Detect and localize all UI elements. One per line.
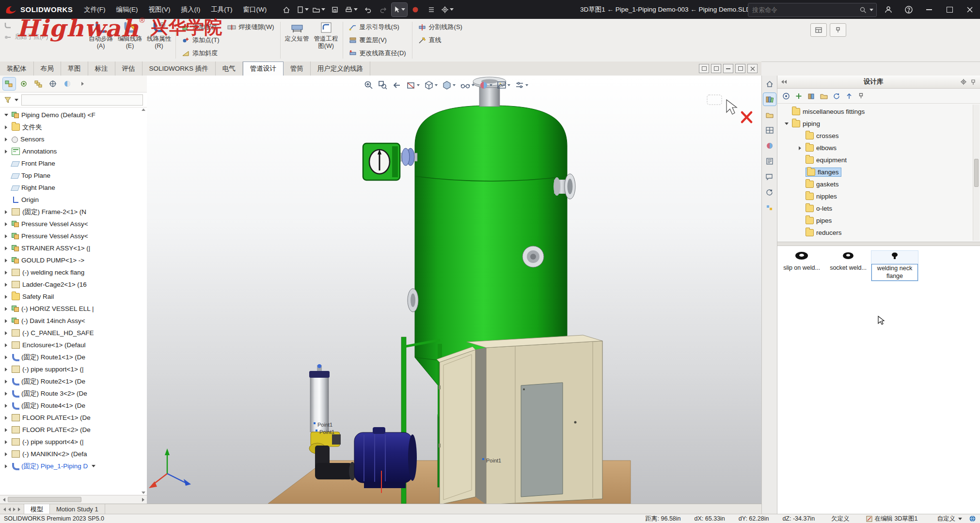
undo-button[interactable] xyxy=(360,3,375,16)
coverings-button[interactable]: 覆盖层(V) xyxy=(345,33,410,46)
panel-tabs-overflow-button[interactable] xyxy=(79,82,86,86)
tab-layout[interactable]: 布局 xyxy=(34,62,61,76)
library-folder-piping[interactable]: piping xyxy=(777,118,980,130)
library-folder[interactable]: nipples xyxy=(777,190,980,202)
line-button[interactable]: 直线 xyxy=(414,33,466,46)
tab-user-defined-route[interactable]: 用户定义的线路 xyxy=(311,62,371,76)
tree-item[interactable]: Ladder-Cage2<1> (16 xyxy=(0,278,147,291)
view-list-button[interactable] xyxy=(424,3,439,16)
auto-route-button[interactable]: 自动步路(A) xyxy=(86,19,115,63)
add-slope-button[interactable]: 添加斜度 xyxy=(178,46,223,60)
library-folder[interactable]: elbows xyxy=(777,142,980,154)
doc-minimize-button[interactable] xyxy=(723,64,733,73)
pin-icon[interactable] xyxy=(858,92,864,99)
filter-dropdown-icon[interactable] xyxy=(15,99,18,101)
refresh-icon[interactable] xyxy=(833,92,840,100)
updates-tab[interactable] xyxy=(763,186,776,199)
tree-item[interactable]: Top Plane xyxy=(0,169,147,182)
expander-icon[interactable] xyxy=(3,319,9,323)
apply-scene-button[interactable] xyxy=(497,79,510,91)
tree-item[interactable]: Sensors xyxy=(0,133,147,145)
tab-piping-design[interactable]: 管道设计 xyxy=(243,62,284,76)
library-folder[interactable]: reducers xyxy=(777,227,980,239)
tree-item[interactable]: (固定) Route4<1> (De xyxy=(0,400,147,412)
tree-item[interactable]: (固定) Route1<1> (De xyxy=(0,351,147,363)
expander-icon[interactable] xyxy=(3,392,9,396)
tree-item[interactable]: (-) pipe support<1> (| xyxy=(0,363,147,375)
tab-assembly[interactable]: 装配体 xyxy=(0,62,34,76)
menu-file[interactable]: 文件(F) xyxy=(79,5,111,14)
collapse-pane-button[interactable] xyxy=(781,80,787,84)
hide-show-items-button[interactable] xyxy=(460,79,474,91)
new-folder-icon[interactable] xyxy=(820,92,828,100)
tree-item[interactable]: (-) pipe support<4> (| xyxy=(0,436,147,448)
next-tab-button[interactable] xyxy=(13,508,16,511)
expander-icon[interactable] xyxy=(3,283,9,287)
start-at-point-button[interactable]: 启始于点(P) xyxy=(4,32,48,41)
view-orientation-button[interactable] xyxy=(424,79,438,91)
xpress-products-tab[interactable] xyxy=(763,201,776,214)
tree-item[interactable]: (-) Davit 14inch Assy< xyxy=(0,315,147,327)
motion-study-tab[interactable]: Motion Study 1 xyxy=(50,504,105,514)
tree-item[interactable]: Right Plane xyxy=(0,182,147,194)
scroll-left-button[interactable] xyxy=(0,495,8,504)
expander-icon[interactable] xyxy=(3,138,9,141)
expander-icon[interactable] xyxy=(3,368,9,371)
tree-item[interactable]: (-) C_PANEL_HD_SAFE xyxy=(0,327,147,339)
library-folder[interactable]: miscellaneous fittings xyxy=(777,106,980,118)
expander-icon[interactable] xyxy=(3,210,9,214)
tree-item[interactable]: (-) welding neck flang xyxy=(0,266,147,278)
design-library-home-icon[interactable] xyxy=(807,92,815,100)
maximize-button[interactable] xyxy=(939,0,960,19)
library-folder-flanges[interactable]: flanges xyxy=(777,166,980,178)
file-explorer-tab[interactable] xyxy=(763,108,776,121)
command-search[interactable] xyxy=(748,3,877,17)
tree-item[interactable]: Origin xyxy=(0,194,147,206)
graphics-viewport[interactable]: Point1 Point1 Point1 xyxy=(147,76,761,504)
redo-button[interactable] xyxy=(376,3,391,16)
expander-icon[interactable] xyxy=(797,146,803,150)
add-fitting-button[interactable]: 添加配件 xyxy=(178,20,223,33)
display-manager-tab[interactable] xyxy=(61,77,74,90)
menu-window[interactable]: 窗口(W) xyxy=(238,5,272,14)
close-button[interactable] xyxy=(960,0,980,19)
define-stub-button[interactable]: 定义短管 xyxy=(283,19,312,63)
help-button[interactable] xyxy=(899,0,919,19)
expander-icon[interactable] xyxy=(3,222,9,226)
scroll-right-button[interactable] xyxy=(139,495,147,504)
minimize-button[interactable] xyxy=(919,0,939,19)
split-route-button[interactable]: 分割线路(S) xyxy=(414,20,466,33)
library-folder[interactable]: equipment xyxy=(777,154,980,166)
library-folder[interactable]: pipes xyxy=(777,215,980,227)
first-tab-button[interactable] xyxy=(3,508,6,511)
electrical-cabinet[interactable] xyxy=(437,335,602,504)
scrollbar-thumb[interactable] xyxy=(974,159,979,187)
customize-status[interactable]: 自定义 xyxy=(937,515,956,523)
filter-funnel-icon[interactable] xyxy=(4,96,12,104)
tree-item[interactable]: (-) HORIZ VESSEL ELL | xyxy=(0,303,147,315)
tab-addins[interactable]: SOLIDWORKS 插件 xyxy=(142,62,216,76)
tree-horizontal-scrollbar[interactable] xyxy=(0,495,147,504)
add-file-location-icon[interactable] xyxy=(782,92,790,100)
tree-item[interactable]: (固定) Frame-2<1> (N xyxy=(0,206,147,218)
tree-item-active-route[interactable]: (固定) Pipe_1-Piping D xyxy=(0,460,147,472)
expander-icon[interactable] xyxy=(3,246,9,250)
add-point-button[interactable]: 添加点(T) xyxy=(178,33,223,46)
expander-icon[interactable] xyxy=(3,404,9,408)
up-one-level-icon[interactable] xyxy=(845,92,853,100)
library-item-slip-on-weld[interactable]: slip on weld... xyxy=(778,251,825,272)
scroll-down-icon[interactable] xyxy=(142,492,145,494)
filter-input-box[interactable] xyxy=(21,94,143,106)
tree-item[interactable]: Annotations xyxy=(0,145,147,157)
route-properties-button[interactable]: 线路属性(R) xyxy=(144,19,174,63)
pane-divider[interactable] xyxy=(777,242,980,246)
feature-manager-tab[interactable] xyxy=(3,77,16,90)
tree-item[interactable]: (-) MANIKIN<2> (Defa xyxy=(0,448,147,460)
expander-icon[interactable] xyxy=(3,343,9,347)
save-button[interactable] xyxy=(327,3,343,16)
tree-item[interactable]: STRAINER ASSY<1> (| xyxy=(0,242,147,254)
expander-icon[interactable] xyxy=(3,452,9,456)
open-button[interactable] xyxy=(311,3,327,16)
expander-icon[interactable] xyxy=(3,114,9,116)
property-manager-tab[interactable] xyxy=(17,77,30,90)
